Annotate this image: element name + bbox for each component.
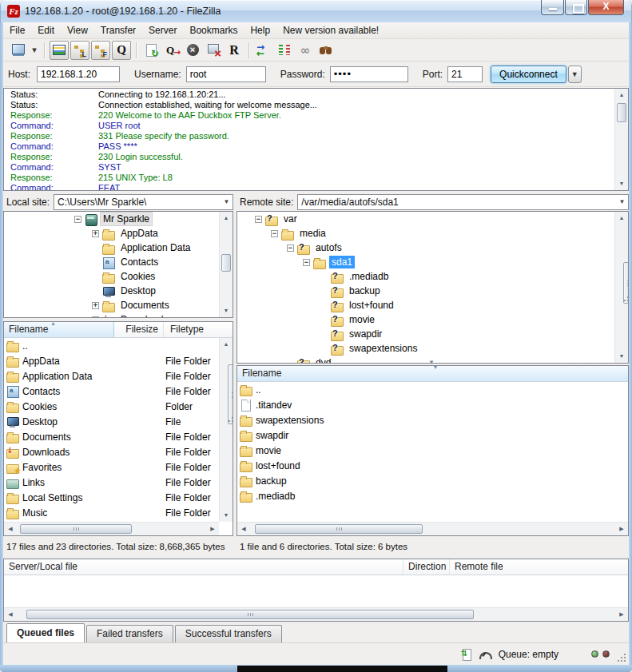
expander-icon[interactable] [287, 245, 294, 252]
file-row[interactable]: Favorites File Folder [4, 459, 219, 475]
tree-item[interactable]: swapdir [237, 327, 628, 341]
toggle-local-tree-icon[interactable] [70, 41, 89, 60]
file-row[interactable]: Links File Folder [4, 475, 219, 490]
tree-item[interactable]: Mr Sparkle [4, 212, 233, 226]
tree-item[interactable]: media [237, 226, 628, 241]
menu-transfer[interactable]: Transfer [94, 23, 142, 38]
scrollbar-thumb[interactable] [221, 254, 231, 272]
menu-edit[interactable]: Edit [31, 23, 61, 38]
local-site-combobox[interactable]: C:\Users\Mr Sparkle\ ▼ [54, 194, 233, 210]
expander-icon[interactable] [92, 302, 99, 309]
port-input[interactable] [447, 66, 483, 82]
column-header-filename[interactable]: Filename ▼ [237, 366, 628, 381]
expander-icon[interactable] [92, 316, 99, 319]
queue-hscrollbar[interactable]: ◀ ▶ [4, 607, 628, 621]
refresh-icon[interactable] [141, 41, 161, 60]
file-row[interactable]: swapextensions [237, 412, 628, 427]
local-list-hscrollbar[interactable]: ◀ ▶ [4, 522, 219, 535]
file-row[interactable]: Local Settings File Folder [4, 490, 219, 505]
tree-item[interactable]: AppData [4, 226, 233, 241]
host-input[interactable] [37, 66, 120, 82]
close-button[interactable]: X [588, 0, 624, 15]
scrollbar-thumb[interactable] [617, 103, 626, 122]
speed-limits-icon[interactable] [478, 649, 491, 660]
scroll-down-icon[interactable]: ▼ [615, 177, 628, 190]
file-row[interactable]: swapdir [237, 427, 628, 443]
scrollbar-thumb[interactable] [228, 364, 233, 424]
local-list-scrollbar[interactable]: ▲ ▼ [219, 338, 233, 522]
site-manager-icon[interactable] [9, 41, 28, 60]
scroll-up-icon[interactable]: ▲ [220, 212, 233, 225]
minimize-button[interactable] [541, 0, 564, 15]
file-row[interactable]: Downloads File Folder [4, 444, 219, 459]
site-manager-dropdown-icon[interactable] [30, 41, 39, 60]
tree-item[interactable]: Desktop [4, 284, 233, 298]
menu-server[interactable]: Server [142, 23, 183, 38]
remote-site-combobox[interactable]: /var/media/autofs/sda1 ▼ [297, 194, 629, 210]
expander-icon[interactable] [271, 230, 278, 237]
menu-new-version[interactable]: New version available! [276, 23, 385, 38]
tab-failed-transfers[interactable]: Failed transfers [86, 625, 173, 642]
tree-item[interactable]: Contacts [4, 255, 233, 269]
file-row[interactable]: movie [237, 443, 628, 458]
disconnect-icon[interactable] [204, 41, 223, 60]
search-icon[interactable] [316, 41, 336, 60]
scroll-left-icon[interactable]: ◀ [237, 523, 250, 535]
file-row[interactable]: Application Data File Folder [4, 368, 219, 384]
tree-item[interactable]: Cookies [4, 269, 233, 284]
tree-item[interactable]: backup [237, 284, 628, 298]
tree-item[interactable]: sda1 [237, 255, 628, 269]
tree-item[interactable]: swapextensions [237, 341, 628, 356]
tree-item[interactable]: var [237, 212, 628, 226]
scroll-down-icon[interactable]: ▼ [615, 350, 628, 363]
tree-item[interactable]: .mediadb [237, 269, 628, 284]
scrollbar-thumb[interactable] [623, 262, 629, 304]
tree-item[interactable]: Documents [4, 298, 233, 312]
column-header-filename[interactable]: Filename ▲ [4, 322, 114, 337]
quickconnect-dropdown-icon[interactable]: ▼ [568, 66, 582, 83]
toggle-remote-tree-icon[interactable] [91, 41, 110, 60]
password-input[interactable] [330, 66, 408, 82]
tree-item[interactable]: lost+found [237, 298, 628, 312]
transfer-type-icon[interactable] [460, 648, 473, 661]
scroll-left-icon[interactable]: ◀ [4, 523, 17, 535]
file-row[interactable]: Desktop File [4, 414, 219, 429]
file-row[interactable]: Documents File Folder [4, 429, 219, 444]
file-row[interactable]: backup [237, 473, 628, 488]
tree-item[interactable]: movie [237, 312, 628, 327]
menu-file[interactable]: File [3, 23, 31, 38]
scroll-up-icon[interactable]: ▲ [615, 89, 628, 101]
expander-icon[interactable] [74, 216, 81, 223]
scroll-right-icon[interactable]: ▶ [615, 608, 628, 621]
remote-tree-scrollbar[interactable]: ▲ ▼ [614, 212, 628, 363]
scroll-up-icon[interactable]: ▲ [220, 338, 233, 351]
scroll-right-icon[interactable]: ▶ [206, 523, 219, 535]
column-header-filetype[interactable]: Filetype [164, 322, 233, 337]
scroll-up-icon[interactable]: ▲ [615, 212, 628, 225]
username-input[interactable] [186, 66, 266, 82]
dropdown-caret-icon[interactable]: ▼ [616, 198, 628, 205]
file-row[interactable]: lost+found [237, 458, 628, 473]
quickconnect-button[interactable]: Quickconnect [491, 66, 566, 83]
expander-icon[interactable] [255, 216, 262, 223]
synchronized-browsing-icon[interactable] [254, 41, 273, 60]
title-bar[interactable]: Fz 192.168.1.20 - root@192.168.1.20 - Fi… [0, 0, 632, 22]
maximize-button[interactable] [565, 0, 587, 15]
filter-icon[interactable] [296, 41, 315, 60]
file-row[interactable]: .titandev [237, 397, 628, 412]
file-row[interactable]: .. [4, 338, 219, 353]
tab-successful-transfers[interactable]: Successful transfers [175, 625, 282, 642]
menu-view[interactable]: View [61, 23, 94, 38]
file-row[interactable]: .mediadb [237, 488, 628, 503]
toggle-message-log-icon[interactable] [50, 41, 69, 60]
scroll-down-icon[interactable]: ▼ [220, 304, 233, 317]
directory-comparison-icon[interactable] [275, 41, 294, 60]
scrollbar-thumb[interactable] [26, 610, 474, 619]
tab-queued-files[interactable]: Queued files [6, 623, 85, 642]
scroll-left-icon[interactable]: ◀ [4, 608, 17, 621]
menu-bookmarks[interactable]: Bookmarks [183, 23, 244, 38]
menu-help[interactable]: Help [244, 23, 276, 38]
dropdown-caret-icon[interactable]: ▼ [221, 198, 233, 205]
log-scrollbar[interactable]: ▲ ▼ [614, 89, 628, 190]
column-header-server-local-file[interactable]: Server/Local file [4, 559, 403, 575]
